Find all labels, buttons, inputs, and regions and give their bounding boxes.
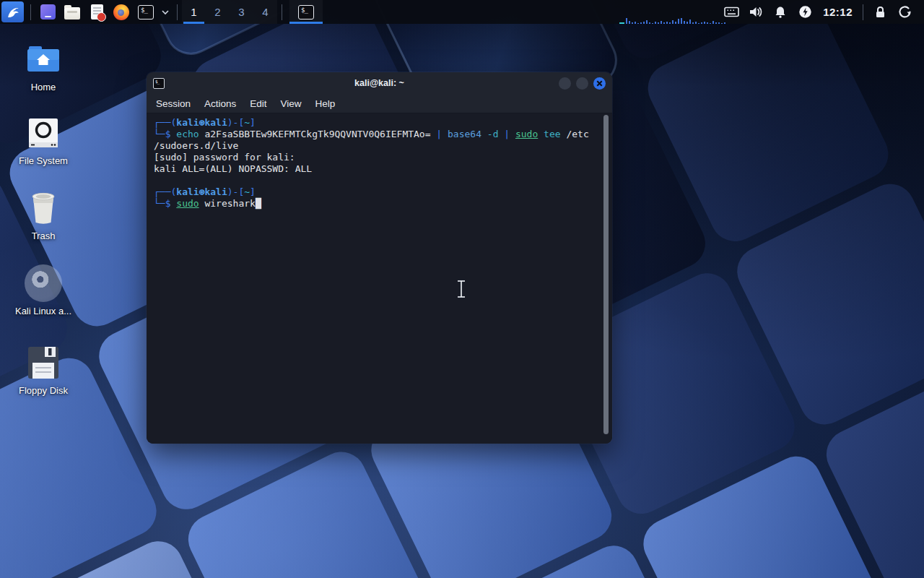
menu-item-session[interactable]: Session bbox=[156, 98, 191, 109]
terminal-icon: $_ bbox=[138, 5, 154, 20]
spectrum-bar bbox=[649, 22, 650, 24]
desktop-label: Floppy Disk bbox=[10, 385, 77, 396]
menu-item-edit[interactable]: Edit bbox=[250, 98, 266, 109]
terminal-line: └─$ sudo wireshark█ bbox=[154, 198, 605, 210]
close-icon bbox=[596, 80, 603, 87]
spectrum-bar bbox=[698, 23, 699, 24]
spectrum-bar bbox=[672, 20, 674, 24]
spectrum-bar bbox=[661, 21, 662, 24]
terminal-line: /sudoers.d/live bbox=[154, 140, 605, 152]
spectrum-bar bbox=[707, 22, 708, 24]
spectrum-bar bbox=[643, 22, 645, 24]
lock-icon bbox=[874, 6, 886, 19]
desktop-item-home[interactable]: Home bbox=[10, 40, 77, 92]
spectrum-bar bbox=[678, 19, 679, 24]
workspace-3[interactable]: 3 bbox=[230, 0, 253, 24]
desktop-label: Trash bbox=[10, 230, 77, 241]
spectrum-bar bbox=[629, 21, 630, 24]
terminal-line: ┌──(kali⊛kali)-[~] bbox=[154, 186, 605, 198]
window-list-terminal-button[interactable]: $_ bbox=[289, 0, 323, 24]
spectrum-bar bbox=[724, 22, 725, 24]
desktop-label: File System bbox=[10, 155, 77, 166]
terminal-line: ┌──(kali⊛kali)-[~] bbox=[154, 117, 605, 129]
launcher-terminal[interactable]: $_ bbox=[136, 2, 156, 22]
desktop-item-floppy-disk[interactable]: Floppy Disk bbox=[10, 344, 77, 396]
file-manager-icon bbox=[64, 7, 80, 20]
spectrum-bar bbox=[632, 22, 633, 24]
spectrum-bar bbox=[681, 18, 682, 24]
top-panel: $_ 1 2 3 4 $_ bbox=[0, 0, 924, 24]
ibeam-cursor bbox=[455, 279, 468, 299]
launcher-text-editor[interactable] bbox=[87, 2, 107, 22]
workspace-1-label: 1 bbox=[191, 6, 196, 18]
spectrum-bar bbox=[692, 22, 694, 24]
chevron-down-icon[interactable] bbox=[161, 9, 170, 15]
keyboard-layout-button[interactable] bbox=[719, 7, 744, 17]
spectrum-bar bbox=[663, 22, 665, 24]
workspace-1[interactable]: 1 bbox=[182, 0, 206, 24]
scrollbar-thumb[interactable] bbox=[603, 115, 609, 434]
panel-tray: 12:12 bbox=[719, 0, 924, 24]
launcher-firefox[interactable] bbox=[111, 2, 131, 22]
file-system-icon bbox=[27, 116, 60, 150]
kali-dragon-icon bbox=[5, 4, 21, 20]
launcher-desktop-settings[interactable] bbox=[38, 2, 58, 22]
launcher-file-manager[interactable] bbox=[62, 2, 82, 22]
spectrum-bar bbox=[669, 22, 671, 24]
spectrum-bar bbox=[619, 22, 624, 24]
spectrum-bar bbox=[701, 22, 702, 24]
minimize-button[interactable] bbox=[559, 77, 571, 90]
applications-menu-button[interactable] bbox=[1, 1, 24, 22]
terminal-menubar: Session Actions Edit View Help bbox=[147, 94, 612, 113]
workspace-4-label: 4 bbox=[262, 6, 268, 18]
speaker-icon bbox=[749, 6, 763, 18]
terminal-line: kali ALL=(ALL) NOPASSWD: ALL bbox=[154, 163, 605, 175]
terminal-icon: $_ bbox=[298, 5, 314, 20]
spectrum-bar bbox=[712, 21, 714, 24]
lock-screen-button[interactable] bbox=[868, 6, 892, 19]
spectrum-bar bbox=[626, 18, 627, 24]
cd-disc-icon bbox=[25, 264, 62, 302]
desktop-label: Kali Linux a... bbox=[10, 306, 77, 316]
volume-button[interactable] bbox=[744, 6, 768, 18]
panel-separator bbox=[30, 4, 31, 20]
logout-button[interactable] bbox=[892, 5, 917, 19]
notifications-button[interactable] bbox=[768, 6, 793, 19]
desktop-item-kali-installer[interactable]: Kali Linux a... bbox=[10, 264, 77, 316]
panel-separator bbox=[177, 4, 178, 20]
panel-clock[interactable]: 12:12 bbox=[823, 6, 853, 18]
maximize-button[interactable] bbox=[576, 77, 588, 90]
panel-spectrum-visualizer bbox=[619, 17, 725, 24]
spectrum-bar bbox=[704, 22, 705, 24]
spectrum-bar bbox=[689, 20, 691, 24]
desktop-item-trash[interactable]: Trash bbox=[10, 189, 77, 241]
desktop-item-file-system[interactable]: File System bbox=[10, 114, 77, 166]
trash-icon bbox=[26, 189, 61, 227]
terminal-line bbox=[154, 175, 605, 186]
spectrum-bar bbox=[710, 23, 711, 24]
terminal-content[interactable]: ┌──(kali⊛kali)-[~]└─$ echo a2FsaSBBTEw9K… bbox=[147, 113, 612, 444]
spectrum-bar bbox=[721, 23, 723, 24]
window-terminal-icon: $_ bbox=[153, 78, 165, 89]
menu-item-actions[interactable]: Actions bbox=[204, 98, 236, 109]
desktop-label: Home bbox=[10, 82, 77, 92]
menu-item-help[interactable]: Help bbox=[315, 98, 336, 109]
home-folder-icon bbox=[26, 45, 61, 74]
power-manager-button[interactable] bbox=[793, 5, 817, 19]
spectrum-bar bbox=[640, 22, 642, 24]
spectrum-bar bbox=[652, 23, 653, 24]
workspace-4[interactable]: 4 bbox=[253, 0, 277, 24]
workspace-3-label: 3 bbox=[238, 6, 244, 18]
spectrum-bar bbox=[687, 22, 688, 24]
workspace-2[interactable]: 2 bbox=[206, 0, 230, 24]
spectrum-bar bbox=[655, 22, 656, 24]
menu-item-view[interactable]: View bbox=[281, 98, 302, 109]
logout-icon bbox=[898, 5, 912, 19]
spectrum-bar bbox=[718, 22, 720, 24]
spectrum-bar bbox=[658, 22, 659, 24]
close-button[interactable] bbox=[593, 77, 606, 90]
panel-separator bbox=[282, 4, 282, 20]
window-titlebar[interactable]: $_ kali@kali: ~ bbox=[147, 72, 612, 94]
bell-icon bbox=[774, 6, 787, 19]
desktop-settings-icon bbox=[40, 4, 56, 20]
